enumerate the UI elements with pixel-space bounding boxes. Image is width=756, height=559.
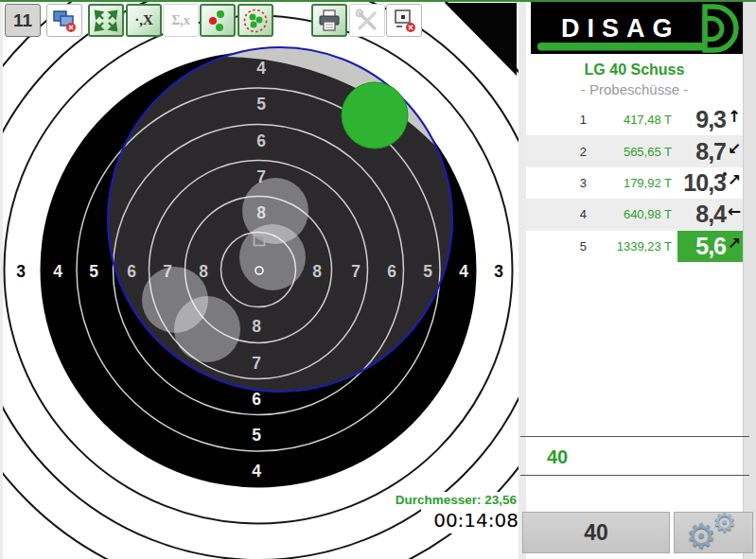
shot-score: 5,6 bbox=[695, 233, 726, 260]
inner-ten-dot bbox=[723, 172, 727, 176]
shot-score-cell: 8,7↙ bbox=[677, 135, 743, 166]
series-count-label: 40 bbox=[584, 520, 608, 546]
settings-button[interactable]: ⚙⚙ bbox=[674, 512, 753, 553]
shot-score-cell: 10,3↗ bbox=[677, 167, 743, 199]
svg-text:7: 7 bbox=[252, 354, 261, 373]
monitor-off-icon bbox=[391, 8, 417, 33]
series-count-button[interactable]: 40 bbox=[522, 512, 670, 553]
shot-table: 1417,48 T9,3↑2565,65 T8,7↙3179,92 T10,3↗… bbox=[526, 104, 743, 262]
svg-text:7: 7 bbox=[351, 262, 360, 281]
svg-text:6: 6 bbox=[387, 262, 396, 281]
shot-score: 10,3 bbox=[683, 169, 726, 197]
separator-line bbox=[520, 475, 749, 476]
shot-direction-arrow: ↙ bbox=[726, 139, 743, 158]
series-title: LG 40 Schuss bbox=[526, 61, 743, 79]
shot-score: 8,7 bbox=[695, 138, 726, 166]
svg-text:6: 6 bbox=[252, 390, 261, 409]
print-button[interactable] bbox=[311, 4, 347, 37]
shot-row[interactable]: 4640,98 T8,4← bbox=[526, 199, 743, 230]
tools-icon bbox=[355, 9, 379, 33]
printer-icon bbox=[317, 9, 342, 33]
gears-icon: ⚙⚙ bbox=[690, 512, 737, 553]
shot-score-cell: 5,6↗ bbox=[677, 231, 743, 262]
logo-text: DISAG bbox=[561, 14, 680, 43]
tools-button bbox=[349, 4, 385, 37]
separator-line bbox=[520, 436, 749, 437]
shot-teiler-value: 179,92 T bbox=[583, 176, 672, 190]
diameter-label: Durchmesser: bbox=[396, 493, 482, 507]
shot-score-cell: 9,3↑ bbox=[677, 104, 743, 135]
svg-text:8: 8 bbox=[252, 317, 261, 336]
decimal-display-button[interactable]: ·,X bbox=[126, 4, 162, 37]
shot-direction-arrow: ↗ bbox=[726, 170, 743, 189]
shot-teiler-value: 417,48 T bbox=[583, 113, 672, 127]
sum-button: Σ,x bbox=[163, 4, 199, 37]
expand-view-button[interactable] bbox=[88, 4, 124, 37]
svg-text:8: 8 bbox=[199, 262, 208, 281]
window-left-edge bbox=[0, 0, 3, 559]
disag-app-window: 3456788765434567887654 11 ·,X Σ,x bbox=[0, 0, 756, 559]
shot-score-cell: 8,4← bbox=[677, 199, 743, 230]
shot-score: 8,4 bbox=[695, 201, 726, 228]
grouped-dots-icon bbox=[242, 8, 269, 34]
shot-group-circle-button[interactable] bbox=[237, 4, 273, 37]
shot-row[interactable]: 1417,48 T9,3↑ bbox=[526, 104, 743, 135]
sum-label: Σ,x bbox=[171, 13, 190, 28]
shot-teiler-value: 565,65 T bbox=[583, 145, 672, 159]
shot-marker bbox=[239, 224, 306, 290]
shot-row[interactable]: 51339,23 T5,6↗ bbox=[526, 231, 743, 262]
shot-teiler-value: 640,98 T bbox=[583, 207, 672, 221]
timer-display: 00:14:08 bbox=[421, 508, 519, 533]
svg-text:3: 3 bbox=[494, 262, 503, 281]
svg-text:6: 6 bbox=[127, 262, 136, 281]
shot-score: 9,3 bbox=[695, 106, 726, 133]
svg-text:5: 5 bbox=[423, 262, 432, 281]
shot-marker-latest bbox=[342, 82, 408, 148]
shot-count-label: 11 bbox=[13, 10, 32, 31]
diameter-value: 23,56 bbox=[484, 493, 517, 507]
svg-text:4: 4 bbox=[459, 262, 468, 281]
svg-text:4: 4 bbox=[53, 262, 62, 281]
shot-direction-arrow: ← bbox=[726, 201, 743, 220]
shot-row[interactable]: 3179,92 T10,3↗ bbox=[526, 167, 743, 199]
svg-text:5: 5 bbox=[256, 95, 266, 114]
shot-display-button[interactable] bbox=[200, 4, 236, 37]
expand-arrows-icon bbox=[94, 9, 118, 32]
svg-text:5: 5 bbox=[252, 426, 261, 445]
close-monitor-button[interactable] bbox=[386, 4, 422, 37]
series-total: 40 bbox=[547, 446, 568, 468]
svg-text:4: 4 bbox=[256, 59, 266, 78]
decimal-label: ·,X bbox=[134, 12, 153, 28]
series-subtitle: - Probeschüsse - bbox=[526, 81, 743, 97]
target-view[interactable]: 3456788765434567887654 bbox=[0, 0, 519, 559]
shot-marker bbox=[174, 296, 240, 362]
svg-text:6: 6 bbox=[256, 131, 266, 150]
disag-logo: DISAG bbox=[531, 2, 743, 54]
shot-dots-icon bbox=[205, 9, 230, 33]
monitor-transfer-button[interactable] bbox=[46, 4, 82, 37]
svg-text:4: 4 bbox=[252, 462, 261, 480]
shot-direction-arrow: ↗ bbox=[726, 234, 743, 253]
shot-count-button[interactable]: 11 bbox=[5, 4, 41, 37]
mpi-marker bbox=[255, 236, 265, 246]
svg-text:3: 3 bbox=[16, 262, 26, 281]
window-top-edge bbox=[0, 0, 756, 2]
diameter-readout: Durchmesser: 23,56 bbox=[385, 492, 517, 508]
shot-direction-arrow: ↑ bbox=[726, 107, 743, 126]
monitors-icon bbox=[51, 9, 78, 33]
shot-teiler-value: 1339,23 T bbox=[583, 239, 672, 253]
svg-text:8: 8 bbox=[312, 262, 322, 281]
shot-row[interactable]: 2565,65 T8,7↙ bbox=[526, 135, 743, 166]
svg-text:5: 5 bbox=[89, 262, 98, 281]
